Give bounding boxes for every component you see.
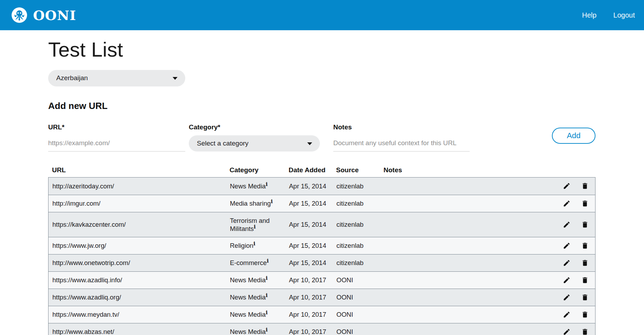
- trash-icon[interactable]: [581, 242, 589, 250]
- row-category-text: News Media: [230, 311, 266, 318]
- col-header-source: Source: [336, 166, 384, 177]
- category-info-icon[interactable]: i: [266, 181, 268, 187]
- row-notes: [384, 276, 553, 284]
- trash-icon[interactable]: [581, 328, 589, 335]
- col-header-category: Category: [230, 166, 289, 177]
- url-input[interactable]: [48, 135, 185, 152]
- chevron-down-icon: [307, 142, 312, 145]
- row-date: Apr 10, 2017: [289, 272, 336, 288]
- add-button[interactable]: Add: [552, 128, 595, 144]
- col-header-date: Date Added: [289, 166, 336, 177]
- pencil-icon[interactable]: [563, 311, 571, 318]
- table-row: http://www.onetwotrip.com/ E-commercei A…: [49, 254, 595, 271]
- row-date: Apr 10, 2017: [289, 323, 336, 335]
- required-mark: *: [62, 123, 64, 131]
- row-notes: [384, 293, 553, 302]
- row-notes: [384, 328, 553, 335]
- row-category: Terrorism and Militantsi: [230, 212, 289, 237]
- col-header-url: URL: [52, 166, 230, 177]
- row-category: E-commercei: [230, 255, 289, 271]
- category-select[interactable]: Select a category: [189, 135, 320, 152]
- row-category-text: Religion: [230, 242, 253, 249]
- row-actions: [553, 178, 595, 194]
- trash-icon[interactable]: [581, 276, 589, 284]
- row-date: Apr 15, 2014: [289, 178, 336, 194]
- notes-label: Notes: [333, 123, 470, 131]
- row-actions: [553, 195, 595, 212]
- row-category: News Mediai: [230, 289, 289, 305]
- trash-icon[interactable]: [581, 221, 589, 228]
- add-url-heading: Add new URL: [48, 101, 595, 111]
- trash-icon[interactable]: [581, 259, 589, 267]
- category-info-icon[interactable]: i: [267, 258, 269, 264]
- category-label: Category*: [189, 123, 320, 131]
- row-category: News Mediai: [230, 178, 289, 194]
- help-link[interactable]: Help: [582, 11, 597, 19]
- category-info-icon[interactable]: i: [271, 198, 273, 205]
- row-date: Apr 10, 2017: [289, 306, 336, 323]
- category-info-icon[interactable]: i: [266, 275, 268, 281]
- row-notes: [384, 182, 553, 190]
- row-source: citizenlab: [336, 195, 384, 212]
- row-date: Apr 15, 2014: [289, 255, 336, 271]
- table-row: http://imgur.com/ Media sharingi Apr 15,…: [49, 195, 595, 212]
- trash-icon[interactable]: [581, 200, 589, 207]
- row-category-text: News Media: [230, 328, 266, 335]
- row-notes: [384, 220, 553, 229]
- notes-input[interactable]: [333, 135, 470, 152]
- row-notes: [384, 241, 553, 250]
- pencil-icon[interactable]: [563, 294, 571, 301]
- row-source: citizenlab: [336, 178, 384, 194]
- app-header: OONI Help Logout: [0, 0, 644, 30]
- url-label: URL*: [48, 123, 185, 131]
- row-url: https://www.azadliq.info/: [52, 272, 230, 288]
- row-actions: [553, 307, 595, 323]
- brand: OONI: [11, 6, 76, 24]
- category-info-icon[interactable]: i: [266, 327, 268, 333]
- row-url: http://azeritoday.com/: [52, 178, 230, 194]
- category-info-icon[interactable]: i: [266, 309, 268, 316]
- table-row: http://www.abzas.net/ News Mediai Apr 10…: [49, 323, 595, 335]
- pencil-icon[interactable]: [563, 221, 571, 228]
- category-info-icon[interactable]: i: [266, 292, 268, 298]
- pencil-icon[interactable]: [563, 259, 571, 267]
- row-url: https://www.jw.org/: [52, 237, 230, 254]
- col-header-notes: Notes: [384, 166, 553, 177]
- row-category-text: Terrorism and Militants: [230, 217, 270, 232]
- row-category: News Mediai: [230, 323, 289, 335]
- table-header: URL Category Date Added Source Notes: [48, 166, 595, 177]
- row-source: OONI: [336, 272, 384, 288]
- row-url: http://www.abzas.net/: [52, 323, 230, 335]
- pencil-icon[interactable]: [563, 242, 571, 250]
- pencil-icon[interactable]: [563, 182, 571, 190]
- pencil-icon[interactable]: [563, 328, 571, 335]
- row-actions: [553, 289, 595, 305]
- ooni-octopus-icon: [11, 6, 28, 24]
- row-notes: [384, 259, 553, 267]
- trash-icon[interactable]: [581, 294, 589, 301]
- row-actions: [553, 324, 595, 335]
- row-actions: [553, 217, 595, 233]
- row-url: http://www.onetwotrip.com/: [52, 255, 230, 271]
- row-category: Religioni: [230, 237, 289, 254]
- row-date: Apr 10, 2017: [289, 289, 336, 305]
- row-url: https://kavkazcenter.com/: [52, 216, 230, 233]
- category-select-placeholder: Select a category: [197, 140, 249, 147]
- brand-wordmark: OONI: [33, 7, 76, 23]
- trash-icon[interactable]: [581, 182, 589, 190]
- pencil-icon[interactable]: [563, 200, 571, 207]
- logout-link[interactable]: Logout: [613, 11, 635, 19]
- row-category: News Mediai: [230, 272, 289, 288]
- trash-icon[interactable]: [581, 311, 589, 318]
- required-mark: *: [218, 123, 220, 131]
- row-source: OONI: [336, 306, 384, 323]
- category-info-icon[interactable]: i: [254, 224, 256, 230]
- pencil-icon[interactable]: [563, 276, 571, 284]
- row-date: Apr 15, 2014: [289, 216, 336, 233]
- row-category: Media sharingi: [230, 195, 289, 212]
- row-source: citizenlab: [336, 216, 384, 233]
- category-info-icon[interactable]: i: [253, 240, 256, 247]
- row-category-text: News Media: [230, 276, 266, 284]
- country-select[interactable]: Azerbaijan: [48, 70, 185, 86]
- row-url: https://www.azadliq.org/: [52, 289, 230, 305]
